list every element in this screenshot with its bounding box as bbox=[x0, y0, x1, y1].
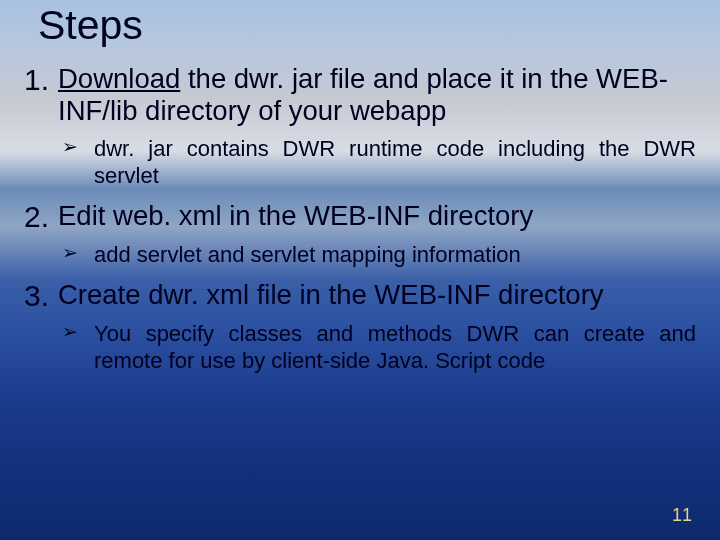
slide: Steps 1. Download the dwr. jar file and … bbox=[0, 0, 720, 540]
bullet-arrow-icon: ➢ bbox=[62, 242, 94, 265]
page-number: 11 bbox=[672, 505, 692, 526]
step-number: 1. bbox=[24, 63, 58, 98]
step-1: 1. Download the dwr. jar file and place … bbox=[24, 63, 696, 190]
step-sub-text: You specify classes and methods DWR can … bbox=[94, 321, 696, 375]
step-row: 1. Download the dwr. jar file and place … bbox=[24, 63, 696, 128]
step-sub: ➢ add servlet and servlet mapping inform… bbox=[24, 242, 696, 269]
step-3: 3. Create dwr. xml file in the WEB-INF d… bbox=[24, 279, 696, 375]
step-2: 2. Edit web. xml in the WEB-INF director… bbox=[24, 200, 696, 269]
step-number: 3. bbox=[24, 279, 58, 314]
step-row: 2. Edit web. xml in the WEB-INF director… bbox=[24, 200, 696, 235]
step-sub: ➢ You specify classes and methods DWR ca… bbox=[24, 321, 696, 375]
steps-list: 1. Download the dwr. jar file and place … bbox=[24, 63, 696, 375]
step-row: 3. Create dwr. xml file in the WEB-INF d… bbox=[24, 279, 696, 314]
step-number: 2. bbox=[24, 200, 58, 235]
step-text: Create dwr. xml file in the WEB-INF dire… bbox=[58, 279, 696, 311]
step-sub-text: add servlet and servlet mapping informat… bbox=[94, 242, 696, 269]
step-text: Edit web. xml in the WEB-INF directory bbox=[58, 200, 696, 232]
bullet-arrow-icon: ➢ bbox=[62, 321, 94, 344]
page-title: Steps bbox=[24, 0, 696, 49]
download-link[interactable]: Download bbox=[58, 63, 180, 94]
step-sub: ➢ dwr. jar contains DWR runtime code inc… bbox=[24, 136, 696, 190]
bullet-arrow-icon: ➢ bbox=[62, 136, 94, 159]
step-sub-text: dwr. jar contains DWR runtime code inclu… bbox=[94, 136, 696, 190]
step-text: Download the dwr. jar file and place it … bbox=[58, 63, 696, 128]
